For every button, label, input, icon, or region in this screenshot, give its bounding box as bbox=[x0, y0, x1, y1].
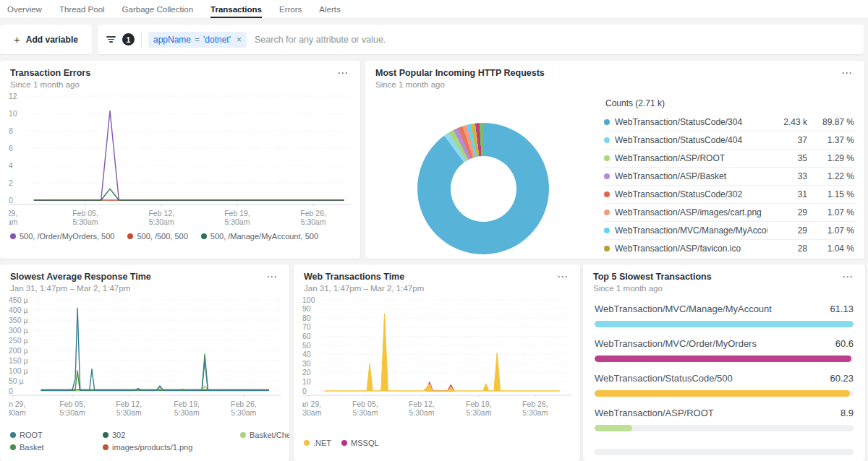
legend-label: images/products/1.png bbox=[112, 443, 192, 452]
top5-row[interactable] bbox=[595, 442, 854, 455]
bar-track bbox=[595, 425, 854, 431]
legend-item[interactable]: Basket/Checkout bbox=[240, 431, 289, 439]
legend-item[interactable]: Basket bbox=[10, 443, 103, 452]
percent-value: 1.29 % bbox=[812, 153, 854, 163]
transaction-name: WebTransaction/StatusCode/302 bbox=[615, 189, 767, 199]
filter-count-badge: 1 bbox=[122, 33, 135, 46]
legend-item[interactable]: 500, /Manage/MyAccount, 500 bbox=[201, 232, 318, 241]
top5-bar-list: WebTransaction/MVC/Manage/MyAccount61.13… bbox=[583, 303, 865, 455]
panel-menu-icon[interactable]: ⋯ bbox=[840, 68, 854, 78]
table-row[interactable]: WebTransaction/ASP/images/cart.png291.07… bbox=[604, 204, 854, 222]
legend-dot-icon bbox=[304, 440, 310, 446]
count-value: 28 bbox=[773, 244, 807, 254]
svg-text:5:30am: 5:30am bbox=[409, 408, 434, 417]
panel-subtitle: Jan 31, 1:47pm – Mar 2, 1:47pm bbox=[10, 284, 151, 293]
panel-web-transactions-time: Web Transactions Time Jan 31, 1:47pm – M… bbox=[294, 264, 580, 461]
legend-item[interactable]: 302 bbox=[103, 431, 240, 439]
svg-text:Feb 26,: Feb 26, bbox=[231, 400, 257, 408]
svg-text:4: 4 bbox=[9, 161, 13, 170]
svg-text:5:30am: 5:30am bbox=[302, 408, 322, 417]
percent-value: 1.22 % bbox=[812, 171, 854, 181]
table-row[interactable]: WebTransaction/StatusCode/302311.15 % bbox=[604, 186, 854, 204]
top5-row[interactable]: WebTransaction/MVC/Order/MyOrders60.6 bbox=[595, 338, 854, 362]
legend-label: MSSQL bbox=[351, 439, 379, 447]
panel-menu-icon[interactable]: ⋯ bbox=[265, 272, 279, 282]
legend-dot-icon bbox=[10, 444, 16, 450]
counts-header: Counts (2.71 k) bbox=[605, 98, 854, 108]
svg-text:10: 10 bbox=[9, 109, 17, 118]
duration-value: 8.9 bbox=[841, 408, 854, 418]
legend-item[interactable]: MSSQL bbox=[341, 439, 379, 447]
series-dot-icon bbox=[604, 119, 610, 125]
panel-subtitle: Since 1 month ago bbox=[10, 80, 90, 89]
svg-text:5:30am: 5:30am bbox=[466, 408, 491, 417]
legend-item[interactable]: images/products/1.png bbox=[103, 443, 240, 452]
transaction-name: WebTransaction/StatusCode/500 bbox=[595, 373, 733, 384]
svg-text:Feb 19,: Feb 19, bbox=[174, 400, 200, 408]
panel-title: Slowest Average Response Time bbox=[10, 272, 151, 282]
duration-value: 61.13 bbox=[830, 303, 854, 314]
transaction-name: WebTransaction/StatusCode/404 bbox=[615, 135, 767, 145]
table-row[interactable]: WebTransaction/MVC/Manage/MyAccou...291.… bbox=[604, 222, 854, 240]
count-value: 33 bbox=[773, 171, 807, 181]
svg-text:10: 10 bbox=[302, 377, 311, 386]
panel-title: Most Popular Incoming HTTP Requests bbox=[375, 68, 545, 78]
top5-row[interactable]: WebTransaction/StatusCode/50060.23 bbox=[595, 373, 854, 397]
panel-subtitle: Jan 31, 1:47pm – Mar 2, 1:47pm bbox=[304, 284, 424, 293]
filter-chip[interactable]: appName = 'dotnet' × bbox=[148, 32, 247, 48]
transaction-name: WebTransaction/MVC/Manage/MyAccou... bbox=[615, 225, 767, 236]
bar-track bbox=[595, 356, 854, 362]
panel-menu-icon[interactable]: ⋯ bbox=[336, 68, 350, 78]
donut-chart bbox=[417, 123, 549, 254]
bar-track bbox=[595, 321, 854, 327]
tab-errors[interactable]: Errors bbox=[279, 0, 302, 18]
table-row[interactable]: WebTransaction/ASP/favicon.ico281.04 % bbox=[604, 240, 854, 257]
tab-transactions[interactable]: Transactions bbox=[210, 0, 262, 18]
tab-thread-pool[interactable]: Thread Pool bbox=[59, 0, 105, 18]
svg-text:Feb 19,: Feb 19, bbox=[224, 209, 250, 217]
web-transactions-chart: 1009080706050403020100Jan 29,5:30amFeb 0… bbox=[302, 297, 571, 420]
tab-overview[interactable]: Overview bbox=[7, 0, 42, 18]
svg-text:5:30am: 5:30am bbox=[231, 408, 256, 417]
svg-text:5:30am: 5:30am bbox=[224, 217, 250, 226]
chip-value: 'dotnet' bbox=[203, 35, 231, 45]
tab-alerts[interactable]: Alerts bbox=[319, 0, 340, 18]
chip-close-icon[interactable]: × bbox=[237, 35, 242, 45]
panel-menu-icon[interactable]: ⋯ bbox=[556, 272, 570, 282]
svg-text:5:30am: 5:30am bbox=[9, 217, 18, 226]
table-row[interactable]: WebTransaction/StatusCode/3042.43 k89.87… bbox=[604, 113, 854, 132]
table-row[interactable]: WebTransaction/ASP/ROOT351.29 % bbox=[604, 150, 854, 168]
slowest-average-legend: ROOTBasket302images/products/1.pngBasket… bbox=[10, 428, 279, 453]
filter-icon[interactable] bbox=[106, 36, 116, 43]
table-row[interactable]: WebTransaction/StatusCode/404371.37 % bbox=[604, 132, 854, 150]
svg-text:60: 60 bbox=[302, 332, 311, 340]
table-row[interactable]: WebTransaction/ASP/Basket331.22 % bbox=[604, 168, 854, 186]
svg-text:5:30am: 5:30am bbox=[522, 408, 548, 417]
legend-item[interactable]: .NET bbox=[304, 439, 331, 447]
top5-row[interactable]: WebTransaction/ASP/ROOT8.9 bbox=[595, 408, 854, 431]
plus-icon: + bbox=[14, 33, 20, 46]
panel-subtitle: Since 1 month ago bbox=[593, 284, 712, 293]
legend-dot-icon bbox=[10, 233, 16, 239]
legend-item[interactable]: 500, /500, 500 bbox=[127, 232, 187, 241]
tab-garbage-collection[interactable]: Garbage Collection bbox=[122, 0, 193, 18]
svg-text:Feb 05,: Feb 05, bbox=[72, 209, 98, 217]
svg-text:400 µ: 400 µ bbox=[9, 306, 28, 314]
svg-text:100: 100 bbox=[302, 297, 315, 304]
panel-menu-icon[interactable]: ⋯ bbox=[841, 272, 855, 282]
slowest-average-chart: 450 µ400 µ350 µ300 µ250 µ200 µ150 µ100 µ… bbox=[9, 297, 281, 420]
svg-text:300 µ: 300 µ bbox=[9, 326, 28, 335]
svg-text:30: 30 bbox=[302, 359, 311, 368]
svg-text:Jan 29,: Jan 29, bbox=[9, 400, 25, 408]
top5-row[interactable]: WebTransaction/MVC/Manage/MyAccount61.13 bbox=[595, 303, 854, 327]
svg-text:Feb 05,: Feb 05, bbox=[352, 400, 378, 408]
add-variable-button[interactable]: + Add variable bbox=[0, 25, 92, 54]
percent-value: 1.04 % bbox=[812, 244, 854, 254]
legend-item[interactable]: ROOT bbox=[10, 431, 103, 439]
search-input[interactable] bbox=[253, 34, 855, 46]
svg-text:Feb 12,: Feb 12, bbox=[148, 209, 174, 217]
legend-item[interactable]: 500, /Order/MyOrders, 500 bbox=[10, 232, 114, 241]
duration-value: 60.23 bbox=[830, 373, 854, 384]
series-dot-icon bbox=[604, 191, 610, 197]
bar-track bbox=[595, 449, 854, 455]
